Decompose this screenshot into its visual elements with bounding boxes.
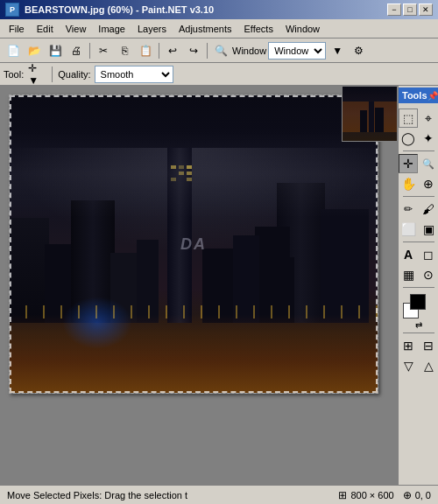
eraser-tool[interactable]: ⬜ <box>399 220 418 239</box>
color-picker-tool[interactable]: ⊙ <box>419 265 438 284</box>
canvas-area[interactable]: DA <box>0 86 398 485</box>
zoom-tool[interactable]: 🔍 <box>419 154 438 173</box>
quality-label: Quality: <box>58 69 90 80</box>
status-bar: Move Selected Pixels: Drag the selection… <box>0 485 438 504</box>
building-text: DA <box>180 235 207 254</box>
foreground-color-swatch[interactable] <box>410 294 426 310</box>
menu-view[interactable]: View <box>60 22 92 36</box>
menu-adjustments[interactable]: Adjustments <box>173 22 237 36</box>
tools-panel-header: Tools 📌 <box>399 88 438 103</box>
tool-row-5: ✏ 🖌 <box>399 200 438 219</box>
menu-image[interactable]: Image <box>93 22 131 36</box>
zoom-out-button[interactable]: 🔍 <box>211 41 230 60</box>
tool-row-4: ✋ ⊕ <box>399 174 438 193</box>
new-button[interactable]: 📄 <box>4 41 23 60</box>
thumbnail-content <box>343 87 397 141</box>
cut-button[interactable]: ✂ <box>94 41 113 60</box>
color-swatch-container <box>403 294 434 318</box>
thumb-building-3 <box>375 108 384 132</box>
thumb-building-2 <box>369 102 374 132</box>
menu-file[interactable]: File <box>4 22 30 36</box>
tools-sep-1 <box>403 150 434 151</box>
tools-sep-2 <box>403 196 434 197</box>
toolbar-sep-3 <box>207 43 208 59</box>
extra-1[interactable]: ⊞ <box>399 336 418 355</box>
pencil-tool[interactable]: ✏ <box>399 200 418 219</box>
pan-tool[interactable]: ✋ <box>399 174 418 193</box>
paste-button[interactable]: 📋 <box>136 41 155 60</box>
status-dimensions: 800 × 600 <box>350 490 393 500</box>
thumbnail-image <box>343 87 397 141</box>
extra-3[interactable]: ▽ <box>399 356 418 375</box>
canvas-image: DA <box>10 95 378 393</box>
thumb-building-1 <box>360 110 367 132</box>
magic-wand-tool[interactable]: ✦ <box>419 129 438 148</box>
main-area: DA Tools 📌 ⬚ ⌖ ◯ ✦ ✛ 🔍 ✋ <box>0 86 438 485</box>
coords-icon: ⊕ <box>403 489 412 501</box>
status-message: Move Selected Pixels: Drag the selection… <box>7 490 329 500</box>
print-button[interactable]: 🖨 <box>67 41 86 60</box>
minimize-button[interactable]: − <box>387 4 401 16</box>
gradient-tool[interactable]: ▦ <box>399 265 418 284</box>
toolbar-sep-1 <box>89 43 90 59</box>
menu-edit[interactable]: Edit <box>32 22 59 36</box>
tools-sep-5 <box>403 332 434 333</box>
thumbnail-panel <box>342 86 398 142</box>
blue-light-left <box>62 297 132 349</box>
save-button[interactable]: 💾 <box>46 41 65 60</box>
tool-row-9: ⊞ ⊟ <box>399 336 438 355</box>
app-icon: P <box>5 3 19 17</box>
extra-tool[interactable]: ⊕ <box>419 174 438 193</box>
size-icon: ⊞ <box>338 489 347 501</box>
settings-button[interactable]: ⚙ <box>349 41 368 60</box>
menu-layers[interactable]: Layers <box>132 22 172 36</box>
tools-sep-4 <box>403 287 434 288</box>
title-bar: P BEARSTOWN.jpg (60%) - Paint.NET v3.10 … <box>0 0 438 19</box>
extra-4[interactable]: △ <box>419 356 438 375</box>
redo-button[interactable]: ↪ <box>184 41 203 60</box>
undo-button[interactable]: ↩ <box>163 41 182 60</box>
copy-button[interactable]: ⎘ <box>115 41 134 60</box>
fill-tool[interactable]: ▣ <box>419 220 438 239</box>
maximize-button[interactable]: □ <box>403 4 417 16</box>
street-lamps <box>10 305 378 318</box>
zoom-dropdown[interactable]: Window Fit 100% 50% <box>268 42 326 60</box>
zoom-arrow-button[interactable]: ▼ <box>328 41 347 60</box>
lasso-select-tool[interactable]: ⌖ <box>419 108 438 128</box>
swap-colors-button[interactable]: ⇄ <box>415 320 422 330</box>
tools-panel: Tools 📌 ⬚ ⌖ ◯ ✦ ✛ 🔍 ✋ ⊕ ✏ 🖌 ⬜ ▣ <box>398 86 438 485</box>
shapes-tool[interactable]: ◻ <box>419 245 438 264</box>
tool-row-1: ⬚ ⌖ <box>399 108 438 128</box>
quality-dropdown[interactable]: Smooth Nearest Neighbor Bicubic Bilinear <box>95 66 173 83</box>
toolbar-sep-4 <box>52 66 53 82</box>
canvas-container: DA <box>9 94 378 394</box>
window-title: BEARSTOWN.jpg (60%) - Paint.NET v3.10 <box>25 4 214 15</box>
color-swatches: ⇄ <box>403 294 434 330</box>
open-button[interactable]: 📂 <box>25 41 44 60</box>
tools-panel-pin[interactable]: 📌 <box>427 91 438 101</box>
tool-label: Tool: <box>4 69 24 80</box>
paintbrush-tool[interactable]: 🖌 <box>419 200 438 219</box>
text-tool[interactable]: A <box>399 245 418 264</box>
status-size: ⊞ 800 × 600 <box>338 489 393 501</box>
tools-panel-title: Tools <box>402 90 427 101</box>
ellipse-select-tool[interactable]: ◯ <box>399 129 418 148</box>
extra-2[interactable]: ⊟ <box>419 336 438 355</box>
tool-row-3: ✛ 🔍 <box>399 154 438 173</box>
move-tool[interactable]: ✛ <box>399 154 418 173</box>
tool-selector[interactable]: ✛ ▼ <box>27 65 46 84</box>
status-position: 0, 0 <box>415 490 431 500</box>
menu-window[interactable]: Window <box>280 22 325 36</box>
tool-options-bar: Tool: ✛ ▼ Quality: Smooth Nearest Neighb… <box>0 63 438 86</box>
city-background: DA <box>10 95 378 393</box>
main-toolbar: 📄 📂 💾 🖨 ✂ ⎘ 📋 ↩ ↪ 🔍 Window Window Fit 10… <box>0 38 438 63</box>
close-button[interactable]: ✕ <box>419 4 433 16</box>
menu-bar: File Edit View Image Layers Adjustments … <box>0 19 438 38</box>
tool-row-2: ◯ ✦ <box>399 129 438 148</box>
zoom-label: Window <box>232 46 266 56</box>
tool-row-8: ▦ ⊙ <box>399 265 438 284</box>
title-bar-controls: − □ ✕ <box>387 4 433 16</box>
rectangle-select-tool[interactable]: ⬚ <box>399 108 418 128</box>
status-coords: ⊕ 0, 0 <box>403 489 431 501</box>
menu-effects[interactable]: Effects <box>239 22 279 36</box>
